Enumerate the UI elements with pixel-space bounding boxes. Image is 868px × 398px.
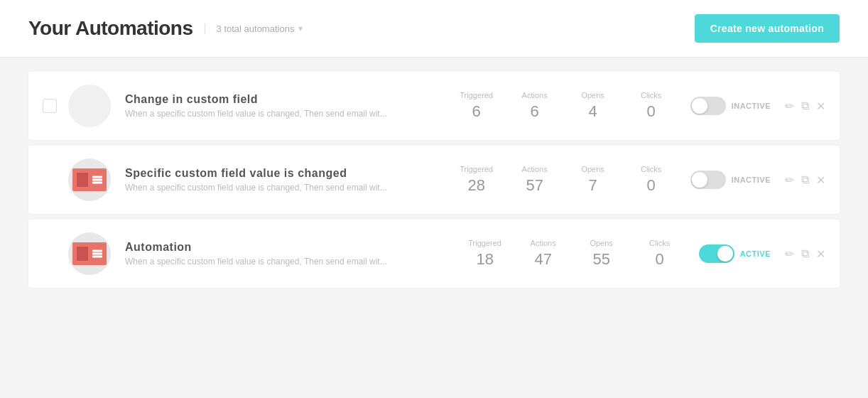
opens-value-2: 7 [575, 176, 611, 195]
automation-desc-2: When a specific custom field value is ch… [125, 183, 459, 193]
triggered-value-3: 18 [467, 250, 503, 269]
automation-info-1: Change in custom field When a specific c… [125, 93, 459, 119]
table-row: Automation When a specific custom field … [28, 220, 840, 288]
clicks-value-1: 0 [634, 102, 669, 121]
toggle-area-3: ACTIVE [699, 244, 771, 263]
actions-value-3: 47 [526, 250, 561, 269]
triggered-label-3: Triggered [467, 239, 503, 247]
automation-stats-3: Triggered 18 Actions 47 Opens 55 Clicks … [467, 239, 678, 269]
clicks-value-2: 0 [634, 176, 669, 195]
total-count-text: 3 total automations [217, 23, 295, 34]
copy-icon-3[interactable]: ⧉ [801, 247, 809, 260]
clicks-value-3: 0 [642, 250, 678, 269]
actions-label-2: Actions [517, 165, 553, 173]
stat-clicks-3: Clicks 0 [642, 239, 678, 269]
edit-icon-3[interactable]: ✏ [785, 247, 794, 261]
stat-opens-2: Opens 7 [575, 165, 611, 195]
status-label-2: INACTIVE [732, 176, 771, 184]
automation-desc-3: When a specific custom field value is ch… [125, 257, 467, 267]
row-actions-3: ✏ ⧉ ✕ [785, 247, 825, 261]
delete-icon-3[interactable]: ✕ [816, 247, 825, 261]
automation-icon-1 [68, 85, 111, 127]
table-row: Change in custom field When a specific c… [28, 72, 840, 140]
automations-list: Change in custom field When a specific c… [0, 58, 868, 308]
opens-value-1: 4 [575, 102, 611, 121]
clicks-label-1: Clicks [634, 91, 669, 100]
automation-icon-2 [68, 158, 111, 201]
automation-info-2: Specific custom field value is changed W… [125, 167, 459, 193]
stat-opens-3: Opens 55 [584, 239, 619, 269]
page-title: Your Automations [28, 17, 193, 40]
stat-actions-3: Actions 47 [526, 239, 561, 269]
copy-icon-1[interactable]: ⧉ [801, 100, 809, 112]
actions-label-3: Actions [526, 239, 561, 247]
toggle-area-1: INACTIVE [690, 97, 771, 115]
triggered-label-1: Triggered [459, 91, 494, 100]
opens-label-3: Opens [584, 239, 619, 247]
automation-stats-2: Triggered 28 Actions 57 Opens 7 Clicks 0 [459, 165, 669, 195]
actions-value-2: 57 [517, 176, 553, 195]
edit-icon-1[interactable]: ✏ [785, 100, 794, 113]
toggle-area-2: INACTIVE [690, 171, 771, 189]
automation-icon-3 [68, 232, 111, 275]
stat-opens-1: Opens 4 [575, 91, 611, 121]
status-toggle-2[interactable] [690, 171, 726, 189]
table-row: Specific custom field value is changed W… [28, 146, 840, 214]
filter-icon[interactable]: ▾ [298, 23, 303, 33]
row-checkbox-1[interactable] [43, 99, 57, 113]
stat-triggered-3: Triggered 18 [467, 239, 503, 269]
status-toggle-1[interactable] [690, 97, 726, 115]
copy-icon-2[interactable]: ⧉ [801, 173, 809, 186]
triggered-label-2: Triggered [459, 165, 494, 173]
header-left: Your Automations 3 total automations ▾ [28, 17, 303, 40]
create-automation-button[interactable]: Create new automation [695, 14, 840, 43]
clicks-label-3: Clicks [642, 239, 678, 247]
automation-stats-1: Triggered 6 Actions 6 Opens 4 Clicks 0 [459, 91, 669, 121]
triggered-value-1: 6 [459, 102, 494, 121]
toggle-knob-2 [692, 172, 707, 188]
automation-info-3: Automation When a specific custom field … [125, 241, 467, 267]
total-count: 3 total automations ▾ [205, 23, 303, 34]
actions-value-1: 6 [517, 102, 553, 121]
status-toggle-3[interactable] [699, 244, 734, 263]
stat-clicks-2: Clicks 0 [634, 165, 669, 195]
clicks-label-2: Clicks [634, 165, 669, 173]
opens-label-1: Opens [575, 91, 611, 100]
toggle-knob-3 [717, 246, 733, 262]
toggle-knob-1 [692, 98, 707, 114]
automation-icon-inner-3 [72, 242, 107, 265]
stat-actions-2: Actions 57 [517, 165, 553, 195]
stat-actions-1: Actions 6 [517, 91, 553, 121]
status-label-1: INACTIVE [732, 102, 771, 110]
stat-triggered-2: Triggered 28 [459, 165, 494, 195]
status-label-3: ACTIVE [740, 249, 771, 258]
stat-clicks-1: Clicks 0 [634, 91, 669, 121]
opens-value-3: 55 [584, 250, 619, 269]
automation-icon-inner-2 [72, 168, 107, 191]
opens-label-2: Opens [575, 165, 611, 173]
row-actions-1: ✏ ⧉ ✕ [785, 100, 825, 113]
delete-icon-2[interactable]: ✕ [816, 173, 825, 187]
automation-desc-1: When a specific custom field value is ch… [125, 109, 459, 119]
actions-label-1: Actions [517, 91, 553, 100]
automation-name-1: Change in custom field [125, 93, 459, 106]
stat-triggered-1: Triggered 6 [459, 91, 494, 121]
edit-icon-2[interactable]: ✏ [785, 173, 794, 187]
automation-name-2: Specific custom field value is changed [125, 167, 459, 180]
delete-icon-1[interactable]: ✕ [816, 100, 825, 113]
automation-name-3: Automation [125, 241, 467, 254]
triggered-value-2: 28 [459, 176, 494, 195]
row-actions-2: ✏ ⧉ ✕ [785, 173, 825, 187]
page-header: Your Automations 3 total automations ▾ C… [0, 0, 868, 58]
